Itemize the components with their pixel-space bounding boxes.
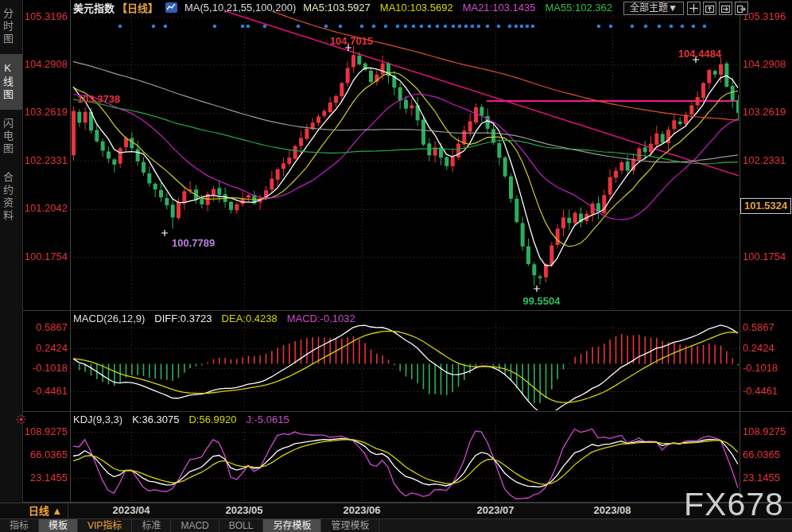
zoom-in-icon[interactable] xyxy=(703,2,716,15)
trading-app-window: 分时图K线图闪电图合约资料 美元指数 【日线】 MA(5,10,21,55,10… xyxy=(0,0,792,532)
sidebar-item-0[interactable]: 分时图 xyxy=(0,0,22,54)
macd-hist-value: MACD:-0.1032 xyxy=(287,313,355,324)
ma-value-0: MA5:103.5927 xyxy=(303,2,371,14)
theme-dropdown-button[interactable]: 全部主题▼ xyxy=(623,2,684,15)
time-axis: 日线 ▲ 2023/042023/052023/062023/072023/08 xyxy=(0,503,792,519)
toolbar-tab-7[interactable]: 管理模板 xyxy=(321,519,379,532)
ma-value-1: MA10:103.5692 xyxy=(380,2,453,14)
sidebar-item-2[interactable]: 闪电图 xyxy=(0,110,22,164)
macd-panel-header: MACD(26,12,9) DIFF:0.3723 DEA:0.4238 MAC… xyxy=(73,313,355,324)
month-label-2023-07: 2023/07 xyxy=(477,504,514,516)
toolbar-tab-2[interactable]: VIP指标 xyxy=(78,519,132,532)
toolbar-tab-4[interactable]: MACD xyxy=(171,519,219,532)
toolbar-tab-3[interactable]: 标准 xyxy=(132,519,171,532)
sidebar-item-1[interactable]: K线图 xyxy=(0,54,22,110)
kdj-d-value: D:56.9920 xyxy=(188,414,236,425)
period-selector[interactable]: 日线 ▲ xyxy=(23,503,68,518)
toolbar-tab-1[interactable]: 模板 xyxy=(39,519,78,532)
indicator-toolbar: 指标模板VIP指标标准MACDBOLL另存模板管理模板 xyxy=(0,519,792,532)
crosshair-pan-icon[interactable] xyxy=(687,2,701,15)
month-label-2023-08: 2023/08 xyxy=(594,504,631,516)
kdj-j-value: J:-5.0615 xyxy=(246,414,289,425)
ma-value-3: MA55:102.362 xyxy=(545,2,612,14)
macd-params-label[interactable]: MACD(26,12,9) xyxy=(73,313,145,324)
kdj-k-value: K:36.3075 xyxy=(132,414,179,425)
ma-values: MA5:103.5927MA10:103.5692MA21:103.1435MA… xyxy=(303,2,612,14)
period-tag: 【日线】 xyxy=(117,0,158,15)
chart-controls xyxy=(687,2,748,15)
ma-settings-label[interactable]: MA(5,10,21,55,100,200) xyxy=(184,2,296,14)
month-label-2023-06: 2023/06 xyxy=(344,504,381,516)
pan-right-icon[interactable] xyxy=(735,2,748,15)
chart-canvas[interactable] xyxy=(0,0,792,503)
toolbar-tab-0[interactable]: 指标 xyxy=(0,519,39,532)
macd-diff-value: DIFF:0.3723 xyxy=(154,313,212,324)
zoom-out-icon[interactable] xyxy=(719,2,732,15)
kdj-panel-header: KDJ(9,3,3) K:36.3075 D:56.9920 J:-5.0615 xyxy=(73,414,289,425)
ma-value-2: MA21:103.1435 xyxy=(463,2,536,14)
month-label-2023-05: 2023/05 xyxy=(226,504,263,516)
toolbar-tab-6[interactable]: 另存模板 xyxy=(263,519,321,532)
macd-dea-value: DEA:0.4238 xyxy=(222,313,278,324)
sidebar-item-3[interactable]: 合约资料 xyxy=(0,164,22,231)
panel-settings-sun-icon[interactable] xyxy=(16,414,26,428)
fx678-watermark: FX678 xyxy=(684,486,784,523)
kdj-params-label[interactable]: KDJ(9,3,3) xyxy=(73,414,122,425)
month-label-2023-04: 2023/04 xyxy=(113,504,150,516)
toolbar-tab-5[interactable]: BOLL xyxy=(219,519,264,532)
instrument-title: 美元指数 xyxy=(73,0,115,15)
chart-header: 美元指数 【日线】 MA(5,10,21,55,100,200) MA5:103… xyxy=(73,1,612,14)
candlestick-chart-icon[interactable] xyxy=(165,2,177,13)
